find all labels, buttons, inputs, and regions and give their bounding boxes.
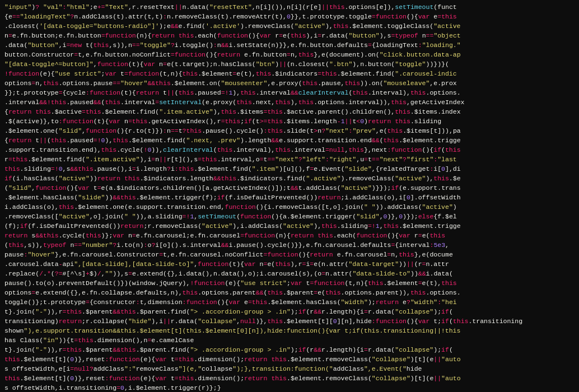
code-line: "[data-toggle^=button]",function(t){var … [4,59,575,69]
code-line: this.$element[t](0)},reset:function(e){v… [4,354,575,364]
code-line: !function(e){"use strict";var t=function… [4,69,575,78]
code-line: t}.join("-")),r=this.$parent&&this.$pare… [4,307,575,316]
code-line: options=e.extend({},e.fn.collapse.defaul… [4,288,575,297]
code-line: {return t||(this.paused=!0),this.$elemen… [4,136,575,145]
code-line: button.Constructor=t,e.fn.button.noConfl… [4,50,575,59]
code-line: }};t.prototype={cycle:function(t){return… [4,88,575,97]
code-line: .$(active)},to:function(t){var n=this.ge… [4,116,575,126]
code-line: n=e.fn.button;e.fn.button=function(n){re… [4,31,575,40]
code-line: .removeClass(["active",o].join(" ")),a.s… [4,212,575,221]
code-line: ("slid",function(){var t=e(a.$indicators… [4,183,575,193]
code-line: pause:"hover"},e.fn.carousel.Constructor… [4,250,575,259]
code-line: if(i.hasClass("active"))return this.$ind… [4,174,575,183]
code-line: .carousel.data-api",[data-slide],[data-s… [4,259,575,269]
code-line: has Class("in")){t=this.dimension(),n=e.… [4,335,575,345]
code-line: .support.transition.end),this.cycle(!0))… [4,145,575,155]
code-line: this.$element[t](0)},reset:function(e){v… [4,374,575,383]
code-line: .$element.hasClass("slide"))&&this.$elem… [4,193,575,202]
code-line: pause().to(o).preventDefault()})(window.… [4,278,575,288]
code-content: "input")? "val":"html";e+="Text",r.reset… [4,2,575,392]
code-line: (this,s)),typeof n=="number"?i.to(n):o?i… [4,240,575,250]
code-line: toggle()};t.prototype={constructor:t,dim… [4,297,575,307]
code-line: .data("button",i=new t(this,s)),n=="togg… [4,40,575,50]
code-line: (f);if(f.isDefaultPrevented())return;r.r… [4,221,575,231]
code-line: shown"),e.support.transition&&this.$elem… [4,326,575,335]
code-line: .closest('[data-toggle="buttons-radio"]'… [4,21,575,31]
code-line: r=this.$element.find(".item.active"),i=n… [4,155,575,164]
code-line: options=n,this.options.pause=="hover"&&t… [4,78,575,88]
code-line: "input")? "val":"html";e+="Text",r.reset… [4,2,575,12]
code-line: s offsetWidth,e[i=null?addClass":"remove… [4,364,575,374]
code-line: .replace(/.*(?=#[^\s]+$)/,"")),s=e.exten… [4,269,575,278]
code-line: transitioning)return;r.collapse("hide"),… [4,316,575,326]
code-line: this.sliding=!0,s&&this.pause(),i=i.leng… [4,164,575,174]
code-line: i.addClass(o),this.$element.one(e.suppor… [4,202,575,212]
code-line: s offsetWidth,i.transitioning=0,i.$eleme… [4,383,575,392]
code-editor: "input")? "val":"html";e+="Text",r.reset… [0,0,579,392]
code-line: .$element.one("slid",function(){r.to(t)}… [4,126,575,136]
code-line: return s&&this.cycle(this)};var n=e.fn.c… [4,231,575,240]
code-line: {return this.$active=this.$element.find(… [4,107,575,116]
code-line: t}.join("-")),r=this.$parent&&this.$pare… [4,345,575,354]
code-line: .interval&&!this.paused&&(this.interval=… [4,97,575,107]
code-line: {e=="loadingText"?n.addClass(t).attr(t,t… [4,12,575,21]
